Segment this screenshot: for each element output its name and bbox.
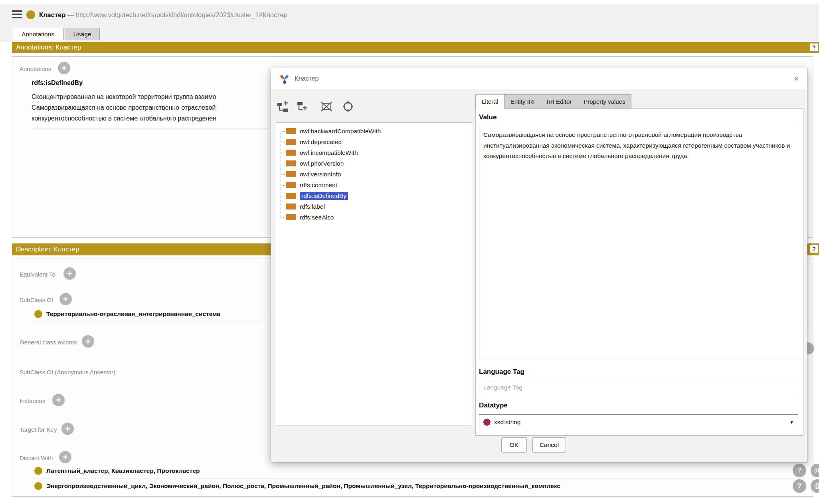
show-usage-icon[interactable] <box>341 100 355 113</box>
tree-item[interactable]: rdfs:comment <box>286 180 472 190</box>
tree-item-label: owl:priorVersion <box>300 160 344 167</box>
tree-item[interactable]: rdfs:seeAlso <box>286 212 472 223</box>
delete-property-icon[interactable] <box>320 100 333 113</box>
dialog-title: Кластер <box>295 75 319 82</box>
add-sub-property-icon[interactable] <box>277 100 290 113</box>
tab-iri-editor[interactable]: IRI Editor <box>541 95 578 108</box>
annotations-header-title: Annotations: Кластер <box>16 43 81 51</box>
description-header-title: Description: Кластер <box>16 245 79 253</box>
tree-item-label: rdfs:seeAlso <box>300 214 334 221</box>
language-tag-input[interactable] <box>479 381 798 394</box>
annotation-value-line: Саморазвивающаяся на основе пространстве… <box>32 104 216 111</box>
explain-button[interactable]: ? <box>793 479 806 493</box>
tree-item-label: rdfs:comment <box>300 182 337 189</box>
header-background <box>0 4 819 42</box>
tab-annotations[interactable]: Annotations <box>12 28 64 40</box>
tree-item-label: rdfs:isDefinedBy <box>300 192 348 200</box>
annotation-value-line: Сконцентрированная на некоторой территор… <box>32 93 216 101</box>
add-instance-button[interactable]: + <box>52 394 65 406</box>
annotation-property-tree[interactable]: owl:backwardCompatibleWith owl:deprecate… <box>276 122 472 425</box>
literal-editor: Value Саморазвивающаяся на основе простр… <box>475 108 803 436</box>
group-disjoint-with: Disjoint With <box>20 455 53 461</box>
tree-item[interactable]: rdfs:label <box>286 201 472 212</box>
annotation-property-icon <box>286 139 296 145</box>
class-icon <box>34 310 42 318</box>
tab-literal-label: Literal <box>482 98 498 105</box>
entity-name: Кластер <box>39 11 65 18</box>
annotation-property-icon <box>286 182 296 188</box>
cancel-button[interactable]: Cancel <box>532 437 566 453</box>
tree-item-label: owl:backwardCompatibleWith <box>300 128 381 135</box>
annotation-property-icon <box>286 214 296 220</box>
tab-literal[interactable]: Literal <box>475 94 504 109</box>
group-subclass-of: SubClass Of <box>20 296 53 303</box>
protege-window: Кластер — http://www.volgatech.net/napol… <box>0 0 819 504</box>
tab-iri-editor-label: IRI Editor <box>547 98 572 105</box>
annotation-property-name: rdfs:isDefinedBy <box>32 79 83 87</box>
language-tag-label: Language Tag <box>479 368 524 376</box>
annotation-property-icon <box>286 171 296 177</box>
tab-entity-iri[interactable]: Entity IRI <box>504 95 541 108</box>
tree-item[interactable]: owl:versionInfo <box>286 169 472 180</box>
datatype-icon <box>483 419 491 426</box>
ok-button[interactable]: OK <box>501 437 527 453</box>
tab-usage[interactable]: Usage <box>65 28 100 40</box>
entity-iri: — http://www.volgatech.net/napolskihdl/o… <box>65 11 287 18</box>
class-icon <box>34 482 42 490</box>
tab-annotations-label: Annotations <box>22 31 54 38</box>
datatype-value: xsd:string <box>494 419 520 426</box>
value-label: Value <box>479 113 497 121</box>
group-target-for-key: Target for Key <box>20 426 57 433</box>
add-subclass-of-button[interactable]: + <box>59 293 72 305</box>
tree-item[interactable]: owl:backwardCompatibleWith <box>286 126 472 136</box>
add-general-class-axiom-button[interactable]: + <box>82 335 94 348</box>
annotation-property-icon <box>286 150 296 156</box>
add-sibling-property-icon[interactable] <box>296 100 309 113</box>
add-annotation-button[interactable]: + <box>58 62 70 74</box>
editor-tabs: Literal Entity IRI IRI Editor Property v… <box>475 94 631 109</box>
group-general-class-axioms: General class axioms <box>20 339 77 346</box>
tab-property-values-label: Property values <box>584 98 625 105</box>
dialog-title-bar[interactable]: Кластер <box>271 68 807 89</box>
tree-item[interactable]: owl:priorVersion <box>286 158 472 169</box>
annotation-property-icon <box>286 160 296 166</box>
annotation-property-icon <box>286 193 296 199</box>
tree-item[interactable]: owl:incompatibleWith <box>286 147 472 158</box>
group-equivalent-to: Equivalent To <box>20 271 55 278</box>
group-subclass-anonymous-ancestor: SubClass Of (Anonymous Ancestor) <box>20 369 115 376</box>
tree-item-selected[interactable]: rdfs:isDefinedBy <box>286 190 472 201</box>
explain-button[interactable]: ? <box>793 464 806 477</box>
add-target-for-key-button[interactable]: + <box>61 423 74 435</box>
tab-usage-label: Usage <box>73 31 91 38</box>
window-title: Кластер — http://www.volgatech.net/napol… <box>39 11 287 19</box>
menu-icon[interactable] <box>12 10 22 12</box>
tree-item-label: owl:versionInfo <box>300 171 341 178</box>
datatype-label: Datatype <box>479 401 508 409</box>
protege-logo-icon <box>279 73 290 84</box>
add-disjoint-with-button[interactable]: + <box>59 451 71 463</box>
disjoint-entity-row[interactable]: Латентный_кластер, Квазикластер, Протокл… <box>29 464 811 478</box>
inactive-tab-strip: Entity IRI IRI Editor Property values <box>504 94 632 109</box>
datatype-dropdown[interactable]: xsd:string ▼ <box>479 414 798 430</box>
disjoint-entity-row[interactable]: Энергопроизводственный_цикл, Экономическ… <box>29 478 811 494</box>
tab-entity-iri-label: Entity IRI <box>510 98 535 105</box>
help-icon[interactable]: ? <box>810 43 818 51</box>
tree-item[interactable]: owl:deprecated <box>286 136 472 147</box>
tree-item-label: owl:deprecated <box>300 138 342 146</box>
annotations-header-bar: Annotations: Кластер ? <box>12 42 819 53</box>
chevron-down-icon: ▼ <box>789 420 794 425</box>
annotations-section-label: Annotations <box>20 65 51 72</box>
add-equivalent-to-button[interactable]: + <box>63 267 76 280</box>
close-icon[interactable]: × <box>790 73 802 85</box>
value-textarea[interactable]: Саморазвивающаяся на основе пространстве… <box>479 127 798 358</box>
subclass-entity-label[interactable]: Территориально-отраслевая_интегрированна… <box>46 310 220 318</box>
disjoint-entities-label[interactable]: Энергопроизводственный_цикл, Экономическ… <box>46 482 560 490</box>
help-icon[interactable]: ? <box>810 245 818 253</box>
annotation-editor-dialog: Кластер × <box>271 68 807 462</box>
group-instances: Instances <box>20 397 45 404</box>
disjoint-entities-label[interactable]: Латентный_кластер, Квазикластер, Протокл… <box>46 467 200 474</box>
tab-property-values[interactable]: Property values <box>578 95 631 108</box>
annotation-value-line: конкурентоспособностью в системе глобаль… <box>32 115 216 122</box>
tree-item-label: owl:incompatibleWith <box>300 149 358 156</box>
annotation-property-icon <box>286 204 296 210</box>
